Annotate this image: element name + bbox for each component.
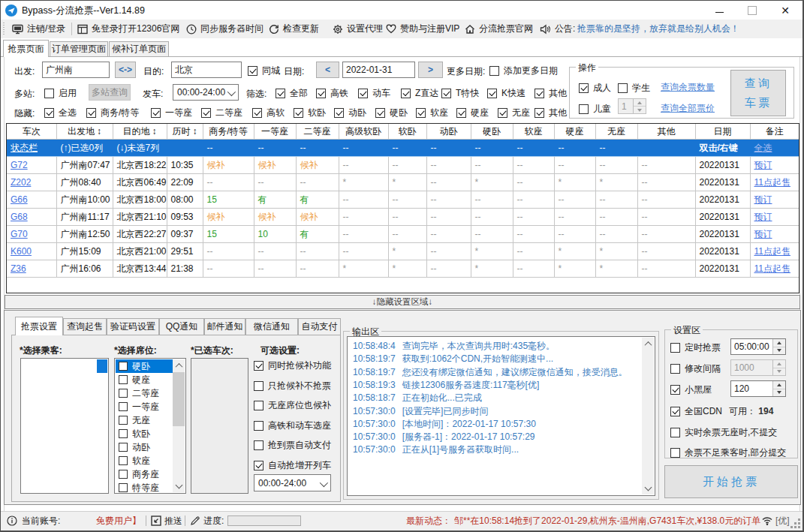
blackroom-spinner[interactable]: 120 — [730, 380, 786, 397]
column-header[interactable]: 无座 — [595, 124, 637, 140]
hide-checkbox-8[interactable]: 硬卧 — [375, 107, 408, 119]
hide-checkbox-7[interactable]: 动卧 — [334, 107, 366, 119]
toolbar-item-5[interactable]: 设置代理 — [333, 20, 383, 38]
column-header[interactable]: 软卧 — [388, 124, 426, 140]
table-row[interactable]: K600广州15:09北京西21:0029:51--------*--*--**… — [7, 243, 799, 260]
date-next-button[interactable]: > — [418, 62, 443, 78]
date-input[interactable]: 2022-01-31 — [342, 62, 415, 78]
filter-checkbox-6[interactable]: K快速 — [487, 87, 525, 100]
settings-tab-7[interactable]: 自动支付 — [298, 318, 341, 335]
settings-tab-3[interactable]: 验证码设置 — [107, 318, 159, 335]
column-header[interactable]: 商务/特等 — [203, 124, 254, 140]
toolbar-item-4[interactable]: 检查更新 — [269, 20, 319, 38]
table-row[interactable]: Z202广州08:40北京西06:4922:09------**--*--**-… — [7, 174, 799, 191]
grab-option-checkbox-5[interactable]: 抢到票自动支付 — [254, 439, 331, 452]
hide-checkbox-2[interactable]: 商务/特等 — [86, 107, 139, 119]
partial-submit-checkbox[interactable]: 余票不足乘客时,部分提交 — [670, 446, 786, 459]
column-header[interactable]: 动卧 — [426, 124, 471, 140]
blackroom-checkbox[interactable]: 小黑屋 — [670, 383, 712, 396]
train-number-link[interactable]: G72 — [11, 160, 28, 170]
book-link[interactable]: 预订 — [754, 212, 772, 222]
column-header[interactable]: 备注 — [750, 124, 799, 140]
toolbar-item-1[interactable]: 注销/登录 — [12, 20, 65, 38]
filter-checkbox-7[interactable]: 其他 — [534, 87, 567, 100]
table-row[interactable]: Z36广州16:06北京西13:4421:38------**--*--**--… — [7, 260, 799, 278]
seat-option-5[interactable]: 无座 — [116, 413, 173, 427]
grab-option-checkbox-4[interactable]: 高铁和动车选座 — [254, 419, 331, 432]
add-more-dates-checkbox[interactable]: 添加更多日期 — [489, 65, 558, 77]
spinner-arrows[interactable] — [772, 339, 785, 354]
grab-time-range-select[interactable]: 00:00-24:00 — [254, 474, 331, 491]
column-header[interactable]: 日期 — [695, 124, 750, 140]
seat-option-8[interactable]: 软座 — [116, 454, 173, 467]
filter-checkbox-2[interactable]: 高铁 — [316, 87, 348, 100]
output-log[interactable]: 10:58:48:4查询完毕，本次查询共用时:435毫秒。10:58:19:7获… — [347, 336, 655, 496]
train-number-link[interactable]: Z202 — [11, 177, 31, 188]
hide-checkbox-11[interactable]: 无座 — [498, 107, 530, 119]
grab-option-checkbox-2[interactable]: 只抢候补不抢票 — [254, 380, 331, 392]
column-header[interactable]: 车次 — [7, 124, 56, 140]
table-row[interactable]: G66广州南10:00北京西18:0008:0015有有------------… — [7, 191, 799, 209]
select-all-link[interactable]: 全选 — [754, 143, 772, 153]
main-tab-3[interactable]: 候补订单页面 — [109, 41, 169, 57]
train-number-link[interactable]: Z36 — [11, 263, 26, 274]
interval-checkbox[interactable]: 修改间隔 — [670, 362, 721, 375]
toolbar-item-2[interactable]: 免登录打开12306官网 — [77, 20, 179, 38]
multi-query-button[interactable]: 多站查询 — [89, 84, 131, 101]
selected-train-listbox[interactable] — [191, 358, 248, 494]
hide-checkbox-3[interactable]: 一等座 — [151, 107, 192, 119]
table-row[interactable]: G68广州南11:17北京西21:1009:53候补候补候补----------… — [7, 209, 799, 226]
hide-checkbox-4[interactable]: 二等座 — [201, 107, 242, 119]
depart-time-select[interactable]: 00:00-24:00 — [173, 84, 239, 101]
scroll-up-icon[interactable] — [173, 359, 185, 371]
filter-checkbox-4[interactable]: Z直达 — [401, 87, 438, 100]
table-status-row[interactable]: 状态栏(↑)已选0列(↓)未选7列--------------------双击/… — [7, 140, 799, 157]
toolbar-item-3[interactable]: 同步服务器时间 — [186, 20, 263, 38]
column-header[interactable]: 高级软卧 — [339, 124, 388, 140]
hide-checkbox-9[interactable]: 软座 — [416, 107, 448, 119]
no-seat-checkbox[interactable]: 实时余票无座时,不提交 — [670, 426, 777, 439]
settings-tab-1[interactable]: 抢票设置 — [15, 317, 63, 335]
seat-option-2[interactable]: 硬座 — [116, 373, 173, 386]
column-header[interactable]: 历时↕ — [167, 124, 203, 140]
settings-tab-4[interactable]: QQ通知 — [159, 318, 204, 335]
hide-checkbox-10[interactable]: 硬座 — [456, 107, 489, 119]
column-header[interactable]: 其他 — [637, 124, 695, 140]
train-number-link[interactable]: 状态栏 — [11, 143, 38, 153]
book-link[interactable]: 预订 — [754, 229, 772, 239]
hide-checkbox-12[interactable]: 其他 — [534, 107, 567, 119]
seat-option-4[interactable]: 一等座 — [116, 400, 173, 413]
start-grab-button[interactable]: 开始抢票 — [664, 465, 798, 498]
student-checkbox[interactable]: 学生 — [618, 82, 650, 95]
settings-tab-6[interactable]: 微信通知 — [245, 318, 298, 335]
toolbar-item-7[interactable]: 分流抢票官网 — [465, 20, 533, 38]
maximize-button[interactable] — [736, 1, 769, 20]
train-number-link[interactable]: K600 — [11, 246, 32, 257]
book-link[interactable]: 预订 — [754, 194, 772, 205]
timed-grab-checkbox[interactable]: 定时抢票 — [670, 341, 721, 354]
toolbar-item-6[interactable]: 赞助与注册VIP — [386, 20, 459, 38]
minimize-button[interactable] — [703, 1, 736, 20]
depart-input[interactable]: 广州南 — [42, 62, 110, 78]
book-link[interactable]: 11点起售 — [754, 177, 790, 188]
main-tab-2[interactable]: 订单管理页面 — [50, 41, 108, 57]
book-link[interactable]: 11点起售 — [754, 263, 790, 274]
filter-checkbox-3[interactable]: 动车 — [358, 87, 390, 100]
filter-checkbox-1[interactable]: 全部 — [276, 87, 308, 100]
hide-settings-divider[interactable]: ↓隐藏设置区域↓ — [5, 295, 800, 309]
book-link[interactable]: 预订 — [754, 160, 772, 170]
settings-tab-5[interactable]: 邮件通知 — [204, 318, 245, 335]
hide-checkbox-1[interactable]: 全选 — [44, 107, 77, 119]
table-row[interactable]: G70广州南12:50北京西22:2709:371510有-----------… — [7, 226, 799, 243]
book-link[interactable]: 11点起售 — [754, 246, 790, 257]
seat-listbox[interactable]: 硬卧硬座二等座一等座无座软卧动卧软座商务座特等座 — [114, 358, 186, 494]
swap-stations-button[interactable]: <-> — [115, 62, 136, 78]
spinner-arrows[interactable] — [772, 381, 785, 396]
push-label[interactable]: 推送 — [164, 512, 182, 530]
close-button[interactable]: ✕ — [769, 1, 802, 20]
child-checkbox[interactable]: 儿童 — [579, 103, 611, 116]
main-tab-1[interactable]: 抢票页面 — [3, 40, 49, 57]
column-header[interactable]: 软座 — [513, 124, 554, 140]
dest-input[interactable]: 北京 — [171, 62, 242, 78]
timed-grab-spinner[interactable]: 05:00:00 — [730, 338, 786, 355]
